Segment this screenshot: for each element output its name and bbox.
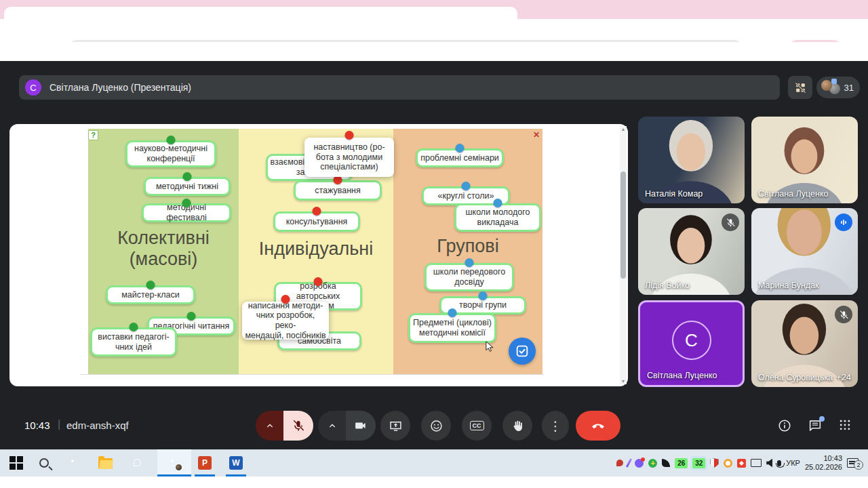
connector-dot-icon (167, 136, 176, 144)
tray-pen-icon[interactable] (626, 458, 632, 468)
participant-count: 31 (844, 83, 854, 93)
presenter-avatar: C (25, 79, 41, 96)
captions-button[interactable]: CC (462, 411, 492, 441)
camera-control (318, 411, 376, 441)
taskbar-explorer-icon[interactable] (98, 458, 113, 469)
present-button[interactable] (380, 411, 410, 441)
reactions-button[interactable] (421, 411, 451, 441)
tray-microphone-icon[interactable] (777, 460, 781, 466)
connector-dot-icon (183, 172, 192, 181)
language-indicator[interactable]: УКР (786, 459, 800, 467)
tray-ring-icon[interactable] (724, 459, 732, 468)
clock-separator: | (58, 418, 60, 430)
chrome-profile-overlay-avatar (175, 464, 182, 471)
participants-count-pill[interactable]: 31 (816, 77, 860, 98)
mindmap-card: проблемні семінари (416, 148, 504, 167)
tray-badge-32[interactable]: 32 (692, 458, 705, 468)
tray-antivirus-icon[interactable]: + (648, 459, 657, 468)
tray-recorder-icon[interactable] (737, 459, 746, 468)
participant-name: Лідія Бойко (645, 281, 690, 290)
slide-divider (80, 374, 544, 375)
mindmap-card: наставництво (ро- бота з молодими спеціа… (304, 138, 394, 177)
connector-dot-icon (313, 207, 321, 216)
mindmap-heading: Групові (393, 236, 542, 257)
browser-tab-strip (0, 0, 868, 19)
raise-hand-button[interactable] (502, 411, 532, 441)
mindmap-card: консультування (273, 211, 360, 232)
connector-dot-icon (314, 277, 323, 286)
mindmap-card: стажування (294, 180, 382, 201)
chat-notification-dot (819, 416, 825, 422)
check-fab-icon (509, 338, 536, 365)
close-icon: ✕ (533, 130, 540, 140)
participant-tile[interactable]: Олена Суровицька+24 (751, 300, 858, 387)
bookmarks-bar: ОПП 2023 – Google... Adobe Acrobat Усі з… (0, 42, 868, 61)
notification-count: 2 (854, 460, 863, 470)
mindmap-card: науково-методичні конференції (125, 140, 216, 167)
participant-tile[interactable]: Лідія Бойко (638, 208, 745, 295)
meeting-code: edm-ansh-xqf (66, 420, 129, 431)
mic-options-chevron-icon[interactable] (256, 411, 283, 441)
tray-app-icon[interactable] (616, 460, 623, 466)
connector-dot-icon (345, 131, 354, 140)
mic-muted-button[interactable] (283, 411, 313, 441)
participant-tile[interactable]: Наталія Комар (638, 117, 745, 203)
mindmap-card: написання методи- чних розробок, реко- м… (242, 302, 329, 340)
connector-dot-icon (494, 199, 502, 207)
mindmap-card: майстер-класи (106, 285, 195, 304)
tray-viber-icon[interactable] (635, 459, 644, 468)
camera-button[interactable] (346, 411, 376, 441)
screen: meet.google.com/edm-ansh-xqf Освіта ⋮ ОП… (0, 0, 868, 488)
taskbar-search-icon[interactable] (39, 458, 49, 468)
microphone-control (256, 411, 313, 441)
meeting-details-button[interactable] (777, 418, 792, 433)
participant-tile[interactable]: Світлана Луценко (751, 117, 858, 203)
tray-network-icon[interactable] (751, 459, 762, 467)
taskbar-powerpoint-icon[interactable]: P (198, 456, 212, 470)
mindmap-card: виставки педагогі- чних ідей (90, 327, 177, 357)
participant-name: Марина Бундак (758, 281, 819, 290)
tray-volume-icon[interactable] (766, 459, 772, 468)
mindmap-card: Предметні (циклові) методичні комісії (408, 313, 496, 343)
notification-center-icon[interactable]: 2 (847, 458, 859, 468)
presenter-banner-title: Світлана Луценко (Презентація) (50, 82, 191, 93)
mindmap-card: методичні фестивалі (142, 203, 231, 222)
participant-avatar: C (672, 321, 711, 360)
tray-satellite-icon[interactable] (662, 459, 670, 467)
connector-dot-icon (465, 258, 474, 267)
tray-badge-26[interactable]: 26 (675, 458, 688, 468)
camera-options-chevron-icon[interactable] (318, 411, 346, 441)
participant-badge-icon (831, 79, 837, 84)
scroll-down-icon[interactable]: ▼ (620, 379, 626, 384)
mic-off-icon (835, 306, 852, 323)
more-options-button[interactable]: ⋮ (542, 411, 569, 441)
overflow-participant-count: +24 (836, 372, 851, 382)
taskbar-time: 10:43 (823, 454, 842, 462)
connector-dot-icon (462, 182, 471, 190)
chat-button[interactable] (808, 418, 823, 433)
grid-view-off-button[interactable] (788, 76, 812, 99)
end-call-button[interactable] (576, 411, 620, 441)
mindmap-heading: Колективні (масові) (88, 228, 239, 270)
start-button[interactable] (9, 456, 23, 470)
browser-toolbar: meet.google.com/edm-ansh-xqf Освіта ⋮ (0, 19, 868, 42)
mindmap-card: школи молодого викладача (454, 203, 541, 232)
taskbar-clock[interactable]: 10:43 25.02.2026 (805, 454, 842, 472)
connector-dot-icon (187, 312, 196, 321)
participant-tile[interactable]: Марина Бундак (751, 208, 858, 295)
activities-button[interactable] (838, 418, 852, 432)
participant-name: Світлана Луценко (758, 189, 829, 199)
taskbar-word-icon[interactable]: W (229, 456, 243, 470)
scroll-up-icon[interactable]: ▲ (620, 127, 626, 131)
tray-security-shield-icon[interactable] (710, 458, 719, 468)
connector-dot-icon (130, 323, 138, 331)
scrollbar-thumb[interactable] (620, 171, 626, 279)
participant-name: Олена Суровицька (758, 373, 833, 382)
meeting-clock: 10:43 (24, 420, 50, 431)
browser-active-tab[interactable] (4, 7, 517, 19)
participant-tile[interactable]: CСвітлана Луценко (638, 300, 745, 387)
connector-dot-icon (456, 144, 465, 152)
bottom-strip (0, 476, 868, 488)
slide-scrollbar[interactable]: ▲ ▼ (620, 126, 627, 384)
participant-name: Наталія Комар (645, 189, 703, 199)
